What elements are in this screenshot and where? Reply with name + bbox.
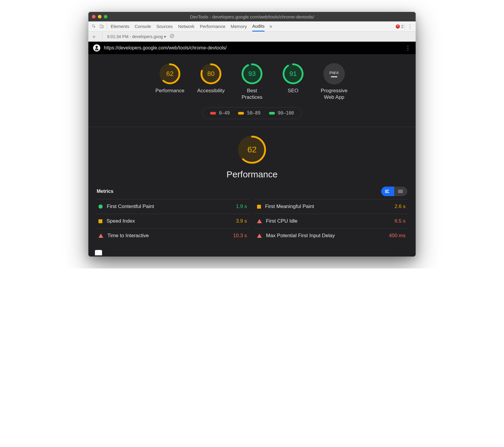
score-legend: 0–4950–8990–100: [202, 107, 302, 119]
gauge-label: Accessibility: [197, 87, 225, 94]
close-window-button[interactable]: [92, 15, 96, 18]
metric-value: 6.5 s: [395, 218, 406, 224]
panel-tabs: ElementsConsoleSourcesNetworkPerformance…: [108, 21, 267, 32]
svg-rect-21: [385, 191, 388, 192]
category-section: 62 Performance: [88, 127, 416, 184]
category-gauge: 62: [238, 135, 266, 164]
metric-row[interactable]: First Meaningful Paint 2.6 s: [255, 199, 408, 214]
metric-name: First Contentful Paint: [107, 204, 154, 210]
metric-value: 10.3 s: [233, 233, 247, 239]
devtools-toolbar: ElementsConsoleSourcesNetworkPerformance…: [88, 21, 416, 32]
metric-name: Max Potential First Input Delay: [266, 233, 335, 239]
lighthouse-report: 62 Performance 80 Accessibility 93 BestP…: [88, 54, 416, 257]
tab-elements[interactable]: Elements: [111, 21, 129, 32]
metric-value: 2.6 s: [395, 204, 406, 210]
audited-url: https://developers.google.com/web/tools/…: [104, 45, 227, 51]
metric-value: 3.9 s: [236, 218, 247, 224]
gauge-seo[interactable]: 91 SEO: [277, 63, 309, 101]
gauge-performance[interactable]: 62 Performance: [154, 63, 186, 101]
tab-sources[interactable]: Sources: [156, 21, 173, 32]
status-red-icon: [257, 219, 262, 223]
devtools-menu-icon[interactable]: ⋮: [406, 23, 414, 30]
category-title: Performance: [96, 169, 408, 179]
gauge-best-practices[interactable]: 93 BestPractices: [236, 63, 268, 101]
tab-memory[interactable]: Memory: [231, 21, 247, 32]
status-orange-icon: [98, 219, 102, 223]
inspect-element-icon[interactable]: [90, 23, 98, 30]
tab-network[interactable]: Network: [178, 21, 195, 32]
traffic-lights: [92, 15, 107, 18]
status-green-icon: [98, 204, 103, 209]
gauge-label: ProgressiveWeb App: [321, 87, 348, 101]
devtools-window: DevTools - developers.google.com/web/too…: [88, 12, 416, 257]
separator: [405, 23, 405, 30]
gauge-label: SEO: [288, 87, 298, 94]
clear-icon[interactable]: [170, 34, 174, 39]
metrics-header: Metrics: [88, 184, 416, 199]
minimize-window-button[interactable]: [98, 15, 101, 18]
zoom-window-button[interactable]: [104, 15, 107, 18]
report-dropdown-label: 9:01:34 PM - developers.goog: [107, 34, 163, 39]
metric-row[interactable]: Max Potential First Input Delay 400 ms: [255, 228, 408, 243]
report-urlbar: https://developers.google.com/web/tools/…: [88, 42, 416, 54]
report-dropdown[interactable]: 9:01:34 PM - developers.goog ▾: [107, 34, 166, 39]
svg-rect-0: [100, 25, 102, 28]
gauge-accessibility[interactable]: 80 Accessibility: [195, 63, 227, 101]
metrics-view-toggle: [381, 187, 407, 196]
view-trace-button[interactable]: [95, 250, 102, 255]
metric-name: First Meaningful Paint: [265, 204, 314, 210]
tab-console[interactable]: Console: [135, 21, 151, 32]
metric-name: First CPU Idle: [266, 218, 298, 224]
pwa-icon: PWA: [323, 63, 345, 85]
lighthouse-icon: [93, 44, 100, 51]
metric-row[interactable]: First CPU Idle 6.5 s: [255, 214, 408, 228]
metric-row[interactable]: First Contentful Paint 1.9 s: [96, 199, 249, 214]
status-red-icon: [98, 234, 103, 238]
metric-row[interactable]: Time to Interactive 10.3 s: [96, 228, 249, 243]
new-audit-button[interactable]: ＋: [91, 33, 97, 40]
tab-audits[interactable]: Audits: [252, 21, 265, 32]
legend-red: 0–49: [210, 110, 230, 116]
metric-value: 400 ms: [389, 233, 406, 239]
svg-rect-20: [385, 190, 389, 190]
svg-rect-4: [96, 47, 97, 48]
legend-orange: 50–89: [238, 110, 260, 116]
legend-green: 90–100: [269, 110, 294, 116]
svg-line-3: [171, 35, 173, 37]
metric-row[interactable]: Speed Index 3.9 s: [96, 214, 249, 228]
status-orange-icon: [257, 205, 261, 209]
gauge-pwa[interactable]: PWA ProgressiveWeb App: [318, 63, 350, 101]
metrics-view-expanded[interactable]: [394, 187, 407, 196]
tab-performance[interactable]: Performance: [200, 21, 226, 32]
chevron-down-icon: ▾: [164, 34, 166, 39]
gauge-label: BestPractices: [242, 87, 262, 101]
metrics-table: First Contentful Paint 1.9 s First Meani…: [88, 199, 416, 248]
metric-name: Speed Index: [107, 218, 135, 224]
more-tabs-icon[interactable]: »: [267, 23, 275, 30]
report-menu-icon[interactable]: ⋮: [405, 44, 411, 51]
device-toolbar-icon[interactable]: [98, 23, 106, 30]
gauge-label: Performance: [155, 87, 184, 94]
score-gauges: 62 Performance 80 Accessibility 93 BestP…: [88, 60, 416, 102]
svg-rect-1: [102, 26, 104, 28]
status-red-icon: [257, 234, 262, 238]
svg-rect-22: [385, 192, 389, 193]
separator: [102, 33, 102, 40]
metric-name: Time to Interactive: [107, 233, 149, 239]
error-icon: [396, 24, 400, 29]
svg-rect-24: [398, 191, 403, 192]
metric-value: 1.9 s: [236, 204, 247, 210]
separator: [107, 23, 107, 30]
audits-subtoolbar: ＋ 9:01:34 PM - developers.goog ▾: [88, 32, 416, 42]
titlebar: DevTools - developers.google.com/web/too…: [88, 12, 416, 21]
error-count-value: 2: [401, 24, 403, 29]
svg-rect-25: [398, 192, 403, 193]
metrics-view-compact[interactable]: [381, 187, 394, 196]
console-error-count[interactable]: 2: [396, 24, 403, 29]
svg-rect-23: [398, 190, 403, 190]
window-title: DevTools - developers.google.com/web/too…: [88, 14, 416, 19]
metrics-heading: Metrics: [97, 189, 113, 194]
